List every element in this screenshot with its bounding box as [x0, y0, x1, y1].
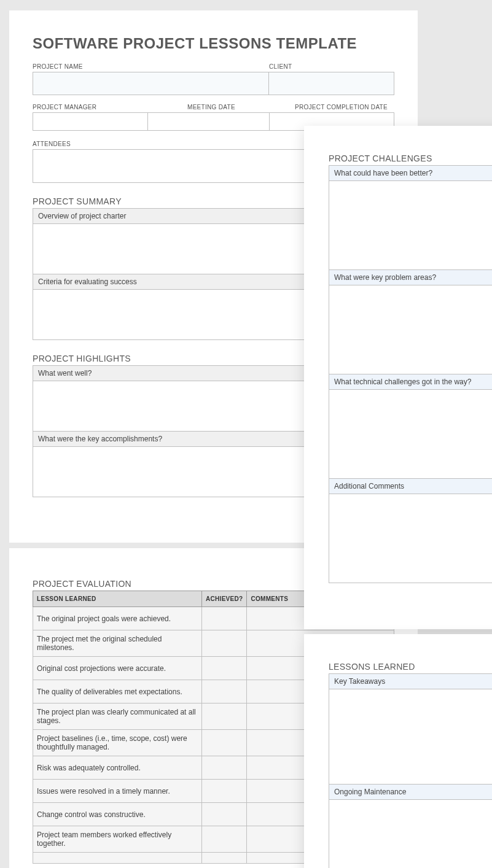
input-technical[interactable] [329, 390, 492, 479]
subheader-takeaways: Key Takeaways [329, 673, 492, 689]
input-maintenance[interactable] [329, 800, 492, 868]
achieved-cell[interactable] [202, 657, 247, 680]
subheader-maintenance: Ongoing Maintenance [329, 785, 492, 800]
input-meeting-date[interactable] [148, 112, 270, 131]
lesson-cell: The original project goals were achieved… [33, 607, 202, 630]
achieved-cell[interactable] [202, 803, 247, 826]
empty-cell [202, 853, 247, 864]
lesson-cell: Original cost projections were accurate. [33, 657, 202, 680]
th-achieved: ACHIEVED? [202, 591, 247, 607]
achieved-cell[interactable] [202, 630, 247, 657]
label-client: CLIENT [269, 63, 394, 70]
input-client[interactable] [269, 72, 394, 95]
th-lesson: LESSON LEARNED [33, 591, 202, 607]
label-project-manager: PROJECT MANAGER [33, 104, 187, 110]
input-project-manager[interactable] [33, 112, 148, 131]
achieved-cell[interactable] [202, 680, 247, 703]
label-project-name: PROJECT NAME [33, 63, 269, 70]
achieved-cell[interactable] [202, 730, 247, 756]
achieved-cell[interactable] [202, 607, 247, 630]
lesson-cell: Project baselines (i.e., time, scope, co… [33, 730, 202, 756]
input-problem-areas[interactable] [329, 285, 492, 374]
page-3: PROJECT CHALLENGES What could have been … [304, 126, 492, 629]
lesson-cell: The quality of deliverables met expectat… [33, 680, 202, 703]
subheader-technical: What technical challenges got in the way… [329, 374, 492, 390]
achieved-cell[interactable] [202, 703, 247, 730]
lesson-cell: The project met the original scheduled m… [33, 630, 202, 657]
label-completion-date: PROJECT COMPLETION DATE [295, 104, 394, 110]
lesson-cell: Risk was adequately controlled. [33, 756, 202, 780]
label-meeting-date: MEETING DATE [187, 104, 295, 110]
subheader-additional: Additional Comments [329, 479, 492, 494]
document-title: SOFTWARE PROJECT LESSONS TEMPLATE [33, 35, 394, 52]
achieved-cell[interactable] [202, 780, 247, 803]
subheader-problem-areas: What were key problem areas? [329, 270, 492, 285]
achieved-cell[interactable] [202, 756, 247, 780]
heading-project-challenges: PROJECT CHALLENGES [329, 153, 492, 163]
input-additional[interactable] [329, 494, 492, 583]
achieved-cell[interactable] [202, 826, 247, 853]
input-project-name[interactable] [33, 72, 269, 95]
page-4: LESSONS LEARNED Key Takeaways Ongoing Ma… [304, 634, 492, 868]
input-better[interactable] [329, 181, 492, 270]
lesson-cell: Change control was constructive. [33, 803, 202, 826]
lesson-cell: The project plan was clearly communicate… [33, 703, 202, 730]
lesson-cell: Project team members worked effectively … [33, 826, 202, 853]
subheader-better: What could have been better? [329, 165, 492, 181]
heading-lessons-learned: LESSONS LEARNED [329, 662, 492, 672]
empty-cell [33, 853, 202, 864]
lesson-cell: Issues were resolved in a timely manner. [33, 780, 202, 803]
input-takeaways[interactable] [329, 689, 492, 785]
